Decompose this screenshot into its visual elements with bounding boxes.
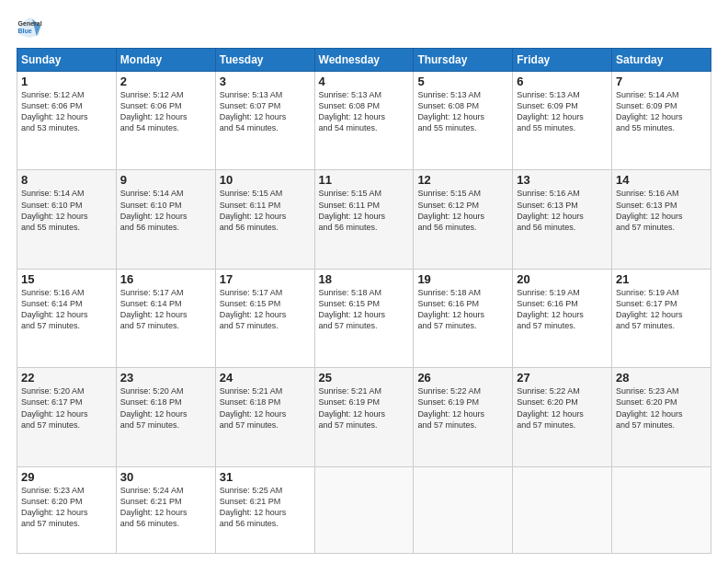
calendar-header-thursday: Thursday [414, 49, 513, 72]
calendar-header-monday: Monday [116, 49, 215, 72]
calendar-cell [314, 466, 414, 553]
calendar-cell [612, 466, 711, 553]
day-info: Sunrise: 5:19 AM Sunset: 6:17 PM Dayligh… [616, 287, 707, 332]
calendar-cell: 3Sunrise: 5:13 AM Sunset: 6:07 PM Daylig… [215, 72, 314, 170]
calendar-cell: 6Sunrise: 5:13 AM Sunset: 6:09 PM Daylig… [513, 72, 612, 170]
day-number: 25 [319, 371, 410, 385]
day-info: Sunrise: 5:18 AM Sunset: 6:15 PM Dayligh… [319, 287, 410, 332]
day-number: 21 [616, 272, 707, 286]
day-number: 9 [120, 173, 211, 187]
calendar-cell: 12Sunrise: 5:15 AM Sunset: 6:12 PM Dayli… [414, 170, 513, 269]
day-info: Sunrise: 5:13 AM Sunset: 6:07 PM Dayligh… [220, 89, 311, 134]
day-number: 5 [417, 75, 508, 88]
calendar-week-row: 22Sunrise: 5:20 AM Sunset: 6:17 PM Dayli… [17, 368, 711, 466]
calendar-header-friday: Friday [513, 49, 612, 72]
day-info: Sunrise: 5:13 AM Sunset: 6:08 PM Dayligh… [319, 89, 410, 134]
day-number: 29 [21, 470, 112, 484]
calendar-header-saturday: Saturday [612, 49, 711, 72]
calendar-cell: 27Sunrise: 5:22 AM Sunset: 6:20 PM Dayli… [513, 368, 612, 466]
calendar-cell: 22Sunrise: 5:20 AM Sunset: 6:17 PM Dayli… [17, 368, 117, 466]
calendar-cell: 25Sunrise: 5:21 AM Sunset: 6:19 PM Dayli… [314, 368, 414, 466]
day-number: 12 [417, 173, 508, 187]
logo: General Blue [17, 15, 42, 40]
day-number: 22 [21, 371, 112, 385]
day-info: Sunrise: 5:14 AM Sunset: 6:10 PM Dayligh… [21, 188, 112, 233]
day-number: 17 [220, 272, 311, 286]
day-number: 10 [220, 173, 311, 187]
day-number: 26 [417, 371, 508, 385]
calendar-cell: 17Sunrise: 5:17 AM Sunset: 6:15 PM Dayli… [215, 269, 314, 367]
day-number: 20 [517, 272, 608, 286]
day-number: 27 [517, 371, 608, 385]
day-number: 23 [120, 371, 211, 385]
calendar-header-sunday: Sunday [17, 49, 117, 72]
day-info: Sunrise: 5:17 AM Sunset: 6:14 PM Dayligh… [120, 287, 211, 332]
day-info: Sunrise: 5:20 AM Sunset: 6:18 PM Dayligh… [120, 385, 211, 431]
calendar-cell: 23Sunrise: 5:20 AM Sunset: 6:18 PM Dayli… [116, 368, 215, 466]
day-info: Sunrise: 5:23 AM Sunset: 6:20 PM Dayligh… [616, 385, 707, 431]
calendar-cell: 15Sunrise: 5:16 AM Sunset: 6:14 PM Dayli… [17, 269, 117, 367]
day-number: 15 [21, 272, 112, 286]
calendar-cell: 4Sunrise: 5:13 AM Sunset: 6:08 PM Daylig… [314, 72, 414, 170]
calendar-cell: 8Sunrise: 5:14 AM Sunset: 6:10 PM Daylig… [17, 170, 117, 269]
day-number: 28 [616, 371, 707, 385]
calendar-week-row: 8Sunrise: 5:14 AM Sunset: 6:10 PM Daylig… [17, 170, 711, 269]
day-info: Sunrise: 5:22 AM Sunset: 6:20 PM Dayligh… [517, 385, 608, 431]
day-number: 8 [21, 173, 112, 187]
day-info: Sunrise: 5:16 AM Sunset: 6:13 PM Dayligh… [616, 188, 707, 233]
day-info: Sunrise: 5:17 AM Sunset: 6:15 PM Dayligh… [220, 287, 311, 332]
day-info: Sunrise: 5:12 AM Sunset: 6:06 PM Dayligh… [120, 89, 211, 134]
calendar-cell: 1Sunrise: 5:12 AM Sunset: 6:06 PM Daylig… [17, 72, 117, 170]
header: General Blue [17, 15, 711, 40]
calendar-cell: 10Sunrise: 5:15 AM Sunset: 6:11 PM Dayli… [215, 170, 314, 269]
calendar-cell: 18Sunrise: 5:18 AM Sunset: 6:15 PM Dayli… [314, 269, 414, 367]
svg-text:General: General [18, 20, 42, 27]
day-number: 31 [220, 470, 311, 484]
day-number: 11 [319, 173, 410, 187]
day-info: Sunrise: 5:13 AM Sunset: 6:08 PM Dayligh… [417, 89, 508, 134]
calendar-cell: 14Sunrise: 5:16 AM Sunset: 6:13 PM Dayli… [612, 170, 711, 269]
day-number: 18 [319, 272, 410, 286]
day-info: Sunrise: 5:19 AM Sunset: 6:16 PM Dayligh… [517, 287, 608, 332]
calendar-cell: 19Sunrise: 5:18 AM Sunset: 6:16 PM Dayli… [414, 269, 513, 367]
day-info: Sunrise: 5:20 AM Sunset: 6:17 PM Dayligh… [21, 385, 112, 431]
day-number: 6 [517, 75, 608, 88]
day-info: Sunrise: 5:14 AM Sunset: 6:10 PM Dayligh… [120, 188, 211, 233]
day-info: Sunrise: 5:21 AM Sunset: 6:18 PM Dayligh… [220, 385, 311, 431]
calendar-cell: 16Sunrise: 5:17 AM Sunset: 6:14 PM Dayli… [116, 269, 215, 367]
day-info: Sunrise: 5:15 AM Sunset: 6:12 PM Dayligh… [417, 188, 508, 233]
day-info: Sunrise: 5:15 AM Sunset: 6:11 PM Dayligh… [220, 188, 311, 233]
calendar-cell [513, 466, 612, 553]
calendar-header-wednesday: Wednesday [314, 49, 414, 72]
calendar-cell: 13Sunrise: 5:16 AM Sunset: 6:13 PM Dayli… [513, 170, 612, 269]
day-number: 4 [319, 75, 410, 88]
page: General Blue SundayMondayTuesdayWednesda… [0, 0, 728, 563]
day-info: Sunrise: 5:13 AM Sunset: 6:09 PM Dayligh… [517, 89, 608, 134]
calendar-week-row: 15Sunrise: 5:16 AM Sunset: 6:14 PM Dayli… [17, 269, 711, 367]
day-info: Sunrise: 5:18 AM Sunset: 6:16 PM Dayligh… [417, 287, 508, 332]
day-info: Sunrise: 5:24 AM Sunset: 6:21 PM Dayligh… [120, 485, 211, 530]
calendar-header-tuesday: Tuesday [215, 49, 314, 72]
calendar-table: SundayMondayTuesdayWednesdayThursdayFrid… [17, 48, 711, 554]
day-number: 13 [517, 173, 608, 187]
calendar-cell: 20Sunrise: 5:19 AM Sunset: 6:16 PM Dayli… [513, 269, 612, 367]
calendar-cell [414, 466, 513, 553]
day-info: Sunrise: 5:14 AM Sunset: 6:09 PM Dayligh… [616, 89, 707, 134]
calendar-cell: 30Sunrise: 5:24 AM Sunset: 6:21 PM Dayli… [116, 466, 215, 553]
day-number: 14 [616, 173, 707, 187]
day-info: Sunrise: 5:22 AM Sunset: 6:19 PM Dayligh… [417, 385, 508, 431]
day-info: Sunrise: 5:12 AM Sunset: 6:06 PM Dayligh… [21, 89, 112, 134]
calendar-cell: 29Sunrise: 5:23 AM Sunset: 6:20 PM Dayli… [17, 466, 117, 553]
calendar-cell: 5Sunrise: 5:13 AM Sunset: 6:08 PM Daylig… [414, 72, 513, 170]
calendar-cell: 31Sunrise: 5:25 AM Sunset: 6:21 PM Dayli… [215, 466, 314, 553]
day-info: Sunrise: 5:15 AM Sunset: 6:11 PM Dayligh… [319, 188, 410, 233]
day-number: 19 [417, 272, 508, 286]
day-number: 3 [220, 75, 311, 88]
calendar-cell: 11Sunrise: 5:15 AM Sunset: 6:11 PM Dayli… [314, 170, 414, 269]
calendar-cell: 26Sunrise: 5:22 AM Sunset: 6:19 PM Dayli… [414, 368, 513, 466]
calendar-cell: 21Sunrise: 5:19 AM Sunset: 6:17 PM Dayli… [612, 269, 711, 367]
svg-text:Blue: Blue [18, 28, 32, 34]
day-number: 30 [120, 470, 211, 484]
day-info: Sunrise: 5:25 AM Sunset: 6:21 PM Dayligh… [220, 485, 311, 530]
day-info: Sunrise: 5:16 AM Sunset: 6:13 PM Dayligh… [517, 188, 608, 233]
